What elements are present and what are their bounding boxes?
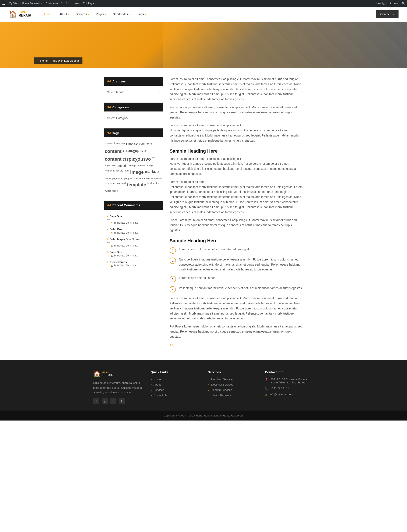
tag-media[interactable]: media [105,177,111,180]
tag-formatting[interactable]: formatting [105,169,115,176]
comment-link-1[interactable]: ➤Template: Comments [106,221,161,224]
admin-search-icon[interactable]: 🔍 [402,2,405,5]
tag-css[interactable]: css [152,156,156,163]
nav-about[interactable]: About ▾ [56,11,72,18]
comment-link-3[interactable]: ➤Template: Comments [106,244,161,247]
social-facebook[interactable]: f [93,398,99,404]
main-para-3: Lorem ipsum dolor sit amet, consectetur … [170,123,303,143]
social-instagram[interactable]: i [110,398,116,404]
num-circle-3: 3 [170,276,176,282]
arrow-icon: » [150,383,152,386]
archives-select[interactable]: Select Month January 2024 February 2024 … [104,88,163,96]
edit-link[interactable]: Edit [170,344,174,347]
tags-icon: 🏷 [107,131,111,135]
tag-post-formats[interactable]: Post Formats [136,177,150,180]
arrow-icon: » [208,389,209,391]
main-para-2: Fusce Lorem ipsum dolor sit amet, consec… [170,105,303,120]
tag-pingbacks[interactable]: pingbacks [125,177,135,180]
admin-customize[interactable]: Customize [46,2,58,5]
tag-video[interactable]: video [112,189,118,192]
main-para-4: Lorem ipsum dolor sit amet, consectetur … [170,156,303,177]
admin-site-name[interactable]: Home Renovation [22,2,42,5]
numbered-item-2: 2 Nunc vel ligula in augue tristique pel… [170,257,303,272]
footer-link-home[interactable]: Home [154,378,161,381]
admin-updates[interactable]: 11 [66,2,69,5]
footer-link-about[interactable]: About [154,383,161,386]
tag-markup[interactable]: markup [145,169,159,176]
arrow-icon: » [208,378,209,381]
categories-select[interactable]: Select Category Repair Plumbing Electric… [104,114,163,122]
tag-featured-image[interactable]: featured image [138,164,153,168]
footer-service-electrical[interactable]: Electrical Services [211,383,233,386]
arrow-icon: » [150,389,152,391]
tag-comments[interactable]: comments [139,141,153,147]
contact-button[interactable]: Contact → [376,10,399,18]
tag-readability[interactable]: readability [151,177,162,180]
footer-link-services[interactable]: Services [154,388,164,391]
footer-service-renovation[interactable]: Interior Renovation [211,394,234,397]
nav-services[interactable]: Services ▾ [73,11,92,18]
recent-comments-title: 🏷 Recent Comments [104,201,163,210]
list-item: »Flooring Services [208,388,257,391]
comment-item: ➤ themedemos ➤Template: Comments [104,259,163,269]
tag-template[interactable]: template [127,182,146,188]
footer-social: f p i t [93,398,142,404]
tag-codex[interactable]: Codex [126,141,138,147]
tag-greek1[interactable]: περιεχόμενο [123,148,146,155]
comment-author-4: ➤ Jane Doe [106,250,161,254]
footer-service-flooring[interactable]: Flooring Services [211,388,232,391]
footer-service-plumbing[interactable]: Plumbing Services [211,378,234,381]
footer-services-col: Services »Plumbing Services »Electrical … [208,370,257,404]
admin-comments[interactable]: 2 [61,2,63,5]
comment-list: ➤ Jane Doe on ➤Template: Comments ➤ John… [104,212,163,270]
footer-link-contact[interactable]: Contact Us [154,394,167,397]
site-logo[interactable]: 🏠 HOME REPAIR [8,10,31,18]
tag-captions[interactable]: captions [116,141,125,147]
tag-standard[interactable]: standard [117,182,126,188]
tag-image[interactable]: image [130,169,144,176]
list-item: »About [150,383,199,386]
num-circle-4: 4 [170,286,176,292]
main-para-1: Lorem ipsum dolor sit amet, consectetur … [170,77,303,102]
social-twitter[interactable]: t [119,398,125,404]
tag-html[interactable]: html [125,169,129,176]
tag-trackbacks[interactable]: trackbacks [147,182,158,188]
comment-link-5[interactable]: ➤Template: Comments [106,264,161,267]
tags-cloud: alignment captions Codex comments conten… [104,140,163,194]
nav-home[interactable]: Home ▾ [40,11,55,18]
breadcrumb-dot: ● [37,60,39,62]
nav-blogs[interactable]: Blogs ▾ [133,11,149,18]
tag-embeds[interactable]: embeds [117,164,127,168]
main-content: Lorem ipsum dolor sit amet, consectetur … [170,77,303,347]
hero: ● Home – Page With Left Sidebar [0,22,407,68]
footer-logo-text: HOME REPAIR [102,371,113,377]
wp-icon[interactable]: ☷ [2,1,6,6]
tag-read-more[interactable]: read more [105,182,115,188]
tag-greek2[interactable]: περιεχόμενο [123,156,151,163]
tag-gallery[interactable]: gallery [116,169,123,176]
tags-title: 🏷 Tags [104,128,163,137]
comment-icon-4: ➤ [106,250,109,253]
admin-my-sites[interactable]: My Sites [9,2,19,5]
copyright-text: Copyright @ 2023 – 2024 Home Renovation … [164,414,243,417]
admin-edit-page[interactable]: Edit Page [83,2,94,5]
tag-excerpt[interactable]: excerpt [129,164,136,168]
footer-about-col: 🏠 HOME REPAIR Duis eu odio interdum, pha… [93,370,142,404]
tag-content[interactable]: content [105,148,121,155]
archives-icon: 🏷 [107,79,111,83]
breadcrumb-text: Home – Page With Left Sidebar [40,59,79,62]
sidebar: 🏷 Archives Select Month January 2024 Feb… [104,77,163,347]
tag-pagination[interactable]: pagination [112,177,123,180]
social-pinterest[interactable]: p [102,398,108,404]
footer-contact-title: Contact Info. [265,370,314,374]
comment-link-2[interactable]: ➤Template: Comments [106,231,161,234]
nav-shortcodes[interactable]: Shortcodes ▾ [110,11,133,18]
nav-pages[interactable]: Pages ▾ [93,11,109,18]
tag-alignment[interactable]: alignment [105,141,115,147]
admin-new[interactable]: + New [72,2,79,5]
tag-twitter[interactable]: twitter [105,189,111,192]
categories-title: 🏷 Categories [104,102,163,111]
tag-edge-case[interactable]: edge case [105,164,116,168]
comment-link-4[interactable]: ➤Template: Comments [106,254,161,257]
tag-content2[interactable]: content [105,156,121,163]
